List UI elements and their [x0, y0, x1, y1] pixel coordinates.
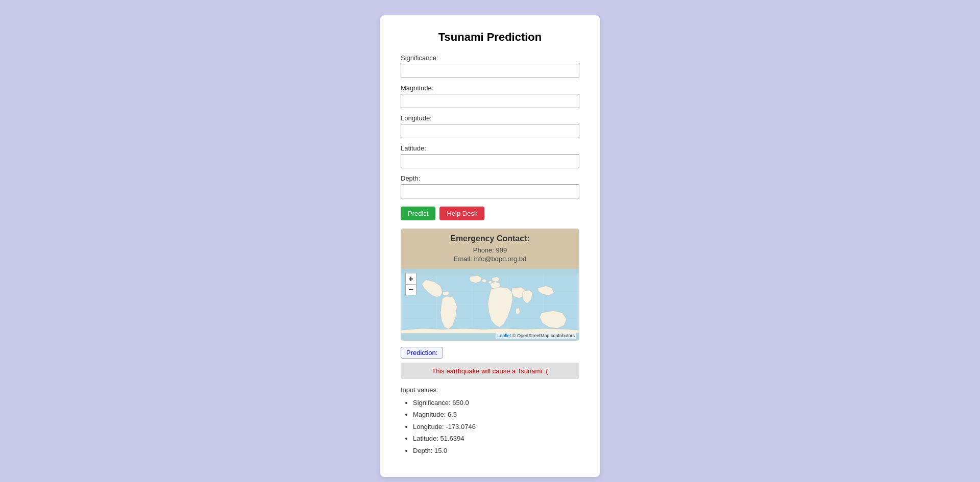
map-attribution: Leaflet © OpenStreetMap contributors: [496, 333, 576, 339]
emergency-email: Email: info@bdpc.org.bd: [406, 255, 574, 263]
map-zoom-out[interactable]: −: [405, 284, 416, 295]
predict-button[interactable]: Predict: [401, 207, 435, 220]
longitude-input[interactable]: [401, 124, 579, 138]
emergency-contact-header: Emergency Contact: Phone: 999 Email: inf…: [401, 229, 579, 269]
map-zoom-in[interactable]: +: [405, 273, 416, 284]
depth-label: Depth:: [401, 174, 579, 182]
leaflet-link[interactable]: Leaflet: [497, 333, 511, 338]
latitude-label: Latitude:: [401, 144, 579, 152]
list-item: Depth: 15.0: [413, 445, 579, 456]
list-item: Magnitude: 6.5: [413, 409, 579, 420]
main-card: Tsunami Prediction Significance: Magnitu…: [380, 15, 600, 477]
significance-group: Significance:: [401, 54, 579, 78]
map-controls: + −: [405, 273, 416, 295]
map-section: Emergency Contact: Phone: 999 Email: inf…: [401, 229, 579, 341]
input-values-section: Input values: Significance: 650.0Magnitu…: [401, 386, 579, 456]
button-row: Predict Help Desk: [401, 207, 579, 220]
list-item: Latitude: 51.6394: [413, 433, 579, 444]
input-values-list: Significance: 650.0Magnitude: 6.5Longitu…: [401, 397, 579, 456]
significance-input[interactable]: [401, 64, 579, 78]
map-container: + − Leaflet © OpenStreetMap contributors: [401, 269, 579, 340]
magnitude-label: Magnitude:: [401, 84, 579, 92]
latitude-input[interactable]: [401, 154, 579, 168]
magnitude-input[interactable]: [401, 94, 579, 108]
prediction-result-text: This earthquake will cause a Tsunami :(: [432, 367, 548, 375]
osm-attribution: © OpenStreetMap contributors: [512, 333, 575, 338]
longitude-group: Longitude:: [401, 114, 579, 138]
prediction-result: This earthquake will cause a Tsunami :(: [401, 363, 579, 379]
depth-group: Depth:: [401, 174, 579, 198]
input-values-title: Input values:: [401, 386, 579, 394]
latitude-group: Latitude:: [401, 144, 579, 168]
prediction-label: Prediction:: [401, 347, 443, 359]
map-svg: [401, 269, 579, 340]
helpdesk-button[interactable]: Help Desk: [439, 207, 484, 220]
significance-label: Significance:: [401, 54, 579, 62]
list-item: Significance: 650.0: [413, 397, 579, 409]
list-item: Longitude: -173.0746: [413, 421, 579, 433]
emergency-phone: Phone: 999: [406, 246, 574, 254]
depth-input[interactable]: [401, 184, 579, 198]
emergency-contact-title: Emergency Contact:: [406, 234, 574, 243]
prediction-label-row: Prediction:: [401, 347, 579, 359]
longitude-label: Longitude:: [401, 114, 579, 122]
page-title: Tsunami Prediction: [401, 31, 579, 44]
magnitude-group: Magnitude:: [401, 84, 579, 108]
